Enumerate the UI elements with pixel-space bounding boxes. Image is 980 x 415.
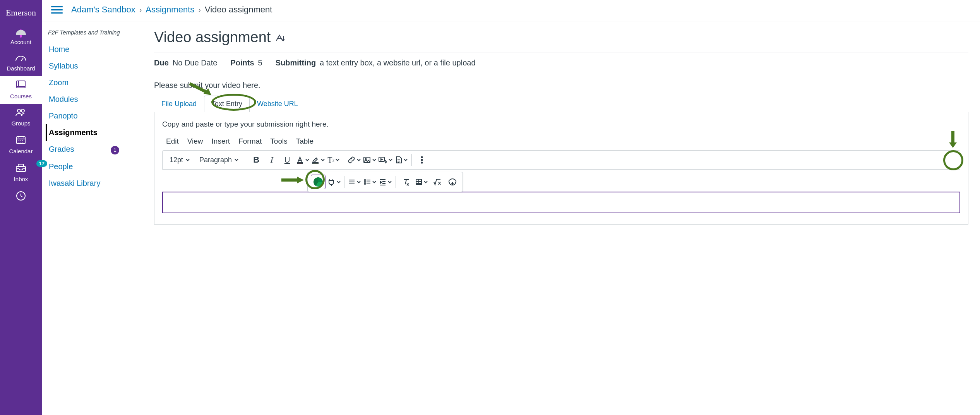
rce-toolbar-overflow [307,172,463,192]
highlight-button[interactable] [311,153,325,167]
align-button[interactable] [348,175,362,189]
submission-tabs: File Upload Text Entry Website URL [154,95,968,112]
topbar: Adam's Sandbox › Assignments › Video ass… [42,0,980,22]
menu-format[interactable]: Format [238,137,262,146]
points-label: Points [230,58,254,67]
font-size-select[interactable]: 12pt [166,153,194,167]
nav-account[interactable]: Account [0,26,42,50]
nav-zoom[interactable]: Zoom [49,78,69,87]
svg-point-2 [21,109,24,112]
nav-assignments[interactable]: Assignments [49,128,98,137]
nav-history[interactable] [0,187,42,208]
chevron-right-icon: › [198,5,201,14]
crumb-course[interactable]: Adam's Sandbox [71,5,135,15]
rce-toolbar: 12pt Paragraph B I U [162,150,960,170]
nav-home[interactable]: Home [49,45,69,53]
nav-groups[interactable]: Groups [0,104,42,131]
nav-inbox[interactable]: 17 Inbox [0,159,42,187]
panopto-button[interactable] [311,175,326,189]
nav-inbox-label: Inbox [14,176,28,182]
assignment-main: Video assignment DueNo Due Date Points5 … [142,22,980,232]
due-value: No Due Date [173,58,218,67]
svg-point-12 [421,159,423,160]
nav-syllabus[interactable]: Syllabus [49,62,78,70]
nav-grades[interactable]: Grades [49,145,74,153]
indent-button[interactable] [379,175,392,189]
tab-file-upload[interactable]: File Upload [154,96,204,112]
nav-modules[interactable]: Modules [49,95,78,103]
apps-plugin-button[interactable] [327,175,341,189]
due-label: Due [154,58,169,67]
breadcrumb: Adam's Sandbox › Assignments › Video ass… [71,5,272,15]
nav-account-label: Account [10,39,31,45]
nav-dashboard-label: Dashboard [7,65,35,72]
grades-badge: 1 [111,146,119,154]
svg-point-11 [421,156,423,158]
chevron-right-icon: › [139,5,142,14]
svg-rect-7 [313,163,318,164]
svg-point-14 [365,180,365,180]
nav-people[interactable]: People [49,162,73,171]
people-icon [0,108,42,118]
text-entry-panel: Copy and paste or type your submission r… [154,112,968,225]
media-button[interactable] [378,153,393,167]
nav-groups-label: Groups [11,120,30,127]
page-title: Video assignment [154,29,968,46]
menu-tools[interactable]: Tools [270,137,287,146]
table-button[interactable] [415,175,428,189]
embed-button[interactable] [445,175,459,189]
immersive-reader-icon[interactable] [275,29,285,46]
points-value: 5 [258,58,262,67]
hamburger-icon[interactable] [51,6,63,13]
block-format-select[interactable]: Paragraph [195,153,243,167]
brand-logo: Emerson [6,8,36,18]
annotation-arrow-panopto [281,175,306,186]
nav-calendar[interactable]: Calendar [0,131,42,159]
svg-rect-8 [364,157,370,163]
document-button[interactable] [394,153,408,167]
list-button[interactable] [363,175,377,189]
tab-website-url[interactable]: Website URL [250,96,305,112]
panopto-icon [314,177,323,187]
nav-library[interactable]: Iwasaki Library [49,179,100,187]
assignment-instructions: Please submit your video here. [154,81,968,90]
avatar-icon [0,30,42,37]
italic-button[interactable]: I [265,153,279,167]
panel-hint: Copy and paste or type your submission r… [162,120,960,129]
svg-rect-0 [17,81,25,88]
tab-text-entry[interactable]: Text Entry [204,96,250,112]
submitting-value: a text entry box, a website url, or a fi… [320,58,475,67]
crumb-section[interactable]: Assignments [146,5,194,15]
nav-dashboard[interactable]: Dashboard [0,50,42,76]
clear-formatting-button[interactable] [399,175,413,189]
rce-menubar: Edit View Insert Format Tools Table [162,135,960,150]
svg-point-13 [421,162,423,163]
nav-courses[interactable]: Courses [0,76,42,104]
superscript-button[interactable]: T2 [327,153,341,167]
link-button[interactable] [347,153,361,167]
svg-point-15 [365,182,365,182]
assignment-summary: DueNo Due Date Points5 Submittinga text … [154,53,968,73]
menu-view[interactable]: View [187,137,203,146]
submitting-label: Submitting [276,58,316,67]
equation-button[interactable] [430,175,444,189]
menu-edit[interactable]: Edit [166,137,179,146]
more-toolbar-button[interactable] [415,153,429,167]
gauge-icon [0,53,42,63]
menu-insert[interactable]: Insert [212,137,230,146]
menu-table[interactable]: Table [296,137,314,146]
svg-rect-6 [297,163,303,164]
rce-textarea[interactable] [162,192,960,213]
inbox-badge: 17 [36,160,47,167]
global-nav: Emerson Account Dashboard Courses Groups… [0,0,42,232]
image-button[interactable] [363,153,377,167]
text-color-button[interactable] [296,153,310,167]
underline-button[interactable]: U [280,153,294,167]
book-icon [0,80,42,91]
crumb-current: Video assignment [205,5,272,15]
nav-panopto[interactable]: Panopto [49,111,78,120]
nav-courses-label: Courses [10,93,32,99]
svg-point-1 [17,109,21,112]
svg-point-16 [365,183,365,184]
bold-button[interactable]: B [249,153,263,167]
